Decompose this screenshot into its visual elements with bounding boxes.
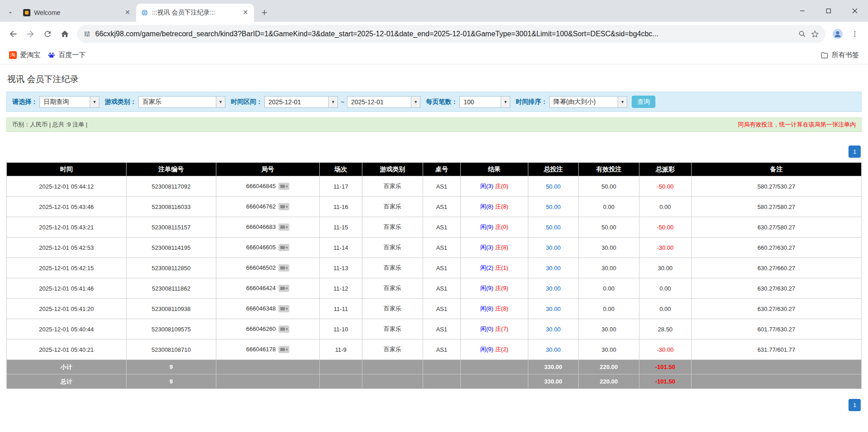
total-total-bet: 330.00: [528, 374, 578, 389]
date-start-select[interactable]: 2025-12-01 ▼: [264, 96, 338, 108]
video-replay-icon[interactable]: [278, 244, 289, 251]
cell-table-no: AS1: [423, 319, 460, 340]
menu-dots-icon[interactable]: [846, 25, 863, 43]
date-start-value: 2025-12-01: [265, 98, 328, 106]
cell-result: 闲(3)庄(0): [460, 176, 528, 197]
result-player: 闲(0): [480, 325, 493, 332]
result-banker: 庄(0): [495, 183, 508, 189]
total-bet-link[interactable]: 30.00: [546, 285, 561, 292]
bookmark-taobao[interactable]: 淘 爱淘宝: [5, 49, 44, 62]
total-bet-link[interactable]: 30.00: [546, 244, 561, 251]
query-type-label: 请选择：: [12, 98, 38, 106]
cell-round-id: 666046762: [216, 197, 319, 217]
result-player: 闲(8): [480, 203, 493, 210]
total-bet-link[interactable]: 50.00: [546, 204, 561, 210]
all-bookmarks-button[interactable]: 所有书签: [817, 49, 863, 62]
result-player: 闲(9): [480, 285, 493, 291]
cell-result: 闲(3)庄(8): [460, 238, 528, 258]
cell-total-bet: 30.00: [528, 278, 578, 299]
cell-session: 11-9: [319, 340, 362, 360]
tab-close-icon[interactable]: ✕: [123, 9, 132, 17]
total-bet-link[interactable]: 50.00: [546, 183, 561, 190]
total-bet-link[interactable]: 30.00: [546, 346, 561, 353]
cell-valid-bet: 0.00: [579, 299, 639, 319]
sort-order-select[interactable]: 降幂(由大到小) ▼: [549, 96, 627, 108]
cell-note: 630.27/660.27: [691, 258, 861, 278]
cell-note: 630.27/580.27: [691, 217, 861, 238]
cell-note: 630.27/630.27: [691, 299, 861, 319]
cell-note: 631.77/601.77: [691, 340, 861, 360]
bookmark-baidu[interactable]: 百度一下: [44, 49, 89, 62]
cell-table-no: AS1: [423, 278, 460, 299]
close-button[interactable]: [842, 0, 868, 22]
video-replay-icon[interactable]: [278, 264, 289, 272]
query-type-select[interactable]: 日期查询 ▼: [39, 96, 99, 108]
cell-table-no: AS1: [423, 176, 460, 197]
profile-avatar-icon[interactable]: [829, 25, 846, 43]
video-replay-icon[interactable]: [278, 203, 289, 210]
total-bet-link[interactable]: 30.00: [546, 265, 561, 272]
minimize-button[interactable]: [789, 0, 815, 22]
video-replay-icon[interactable]: [278, 223, 289, 231]
cell-result: 闲(8)庄(8): [460, 197, 528, 217]
result-player: 闲(3): [480, 244, 493, 251]
url-text[interactable]: 66cxkj98.com/game/betrecord_search/kind3…: [95, 30, 794, 38]
total-payout: -101.50: [639, 374, 691, 389]
all-bookmarks-label: 所有书签: [832, 51, 859, 59]
chevron-down-icon[interactable]: ▼: [328, 97, 337, 107]
chevron-down-icon[interactable]: ▼: [501, 97, 510, 107]
cell-payout: -50.00: [639, 176, 691, 197]
tab-search-chevron-icon[interactable]: [3, 4, 18, 22]
globe-favicon-icon: [141, 9, 148, 17]
total-bet-link[interactable]: 50.00: [546, 224, 561, 231]
cell-result: 闲(8)庄(8): [460, 299, 528, 319]
per-page-value: 100: [460, 98, 501, 106]
site-info-icon[interactable]: [83, 30, 91, 38]
chevron-down-icon[interactable]: ▼: [411, 97, 420, 107]
new-tab-button[interactable]: +: [258, 6, 271, 19]
chevron-down-icon[interactable]: ▼: [618, 97, 627, 107]
currency-summary: 币别：人民币 | 总共 :9 注单 |: [12, 121, 88, 129]
forward-button[interactable]: [22, 25, 39, 43]
per-page-select[interactable]: 100 ▼: [459, 96, 510, 108]
page-1-button[interactable]: 1: [848, 146, 861, 158]
table-row: 2025-12-01 05:41:20 523008110938 6660463…: [7, 299, 862, 319]
round-id-text: 666046605: [246, 244, 276, 251]
video-replay-icon[interactable]: [278, 325, 289, 333]
video-replay-icon[interactable]: [278, 183, 289, 190]
video-replay-icon[interactable]: [278, 305, 289, 312]
cell-bet-id: 523008109575: [126, 319, 216, 340]
maximize-button[interactable]: [815, 0, 842, 22]
zoom-icon[interactable]: [798, 30, 806, 38]
table-row: 2025-12-01 05:43:46 523008116033 6660467…: [7, 197, 862, 217]
cell-game-type: 百家乐: [362, 176, 423, 197]
tab-betrecord[interactable]: :::视讯 会员下注纪录::: ✕: [136, 4, 254, 22]
refresh-button[interactable]: [39, 25, 56, 43]
video-replay-icon[interactable]: [278, 285, 289, 292]
summary-bar: 币别：人民币 | 总共 :9 注单 | 同局有效投注，统一计算在该局第一张注单内: [6, 117, 862, 132]
home-button[interactable]: [56, 25, 73, 43]
page-1-button[interactable]: 1: [848, 399, 861, 411]
cell-session: 11-12: [319, 278, 362, 299]
chevron-down-icon[interactable]: ▼: [216, 97, 225, 107]
cell-valid-bet: 50.00: [579, 176, 639, 197]
tab-welcome[interactable]: Welcome ✕: [18, 4, 136, 22]
header-payout: 总派彩: [639, 163, 691, 176]
total-bet-link[interactable]: 30.00: [546, 326, 561, 333]
bookmark-star-icon[interactable]: [811, 30, 819, 38]
video-replay-icon[interactable]: [278, 346, 289, 353]
date-end-select[interactable]: 2025-12-01 ▼: [347, 96, 420, 108]
address-bar[interactable]: 66cxkj98.com/game/betrecord_search/kind3…: [77, 25, 825, 43]
header-note: 备注: [691, 163, 861, 176]
cell-valid-bet: 30.00: [579, 319, 639, 340]
subtotal-row: 小计 9 330.00 220.00 -101.50: [7, 360, 862, 374]
search-button[interactable]: 查询: [632, 96, 655, 108]
chevron-down-icon[interactable]: ▼: [90, 97, 99, 107]
cell-payout: 28.50: [639, 319, 691, 340]
game-type-select[interactable]: 百家乐 ▼: [138, 96, 225, 108]
tab-close-icon[interactable]: ✕: [241, 9, 249, 17]
total-bet-link[interactable]: 30.00: [546, 306, 561, 312]
back-button[interactable]: [5, 25, 22, 43]
header-session: 场次: [319, 163, 362, 176]
cell-session: 11-16: [319, 197, 362, 217]
